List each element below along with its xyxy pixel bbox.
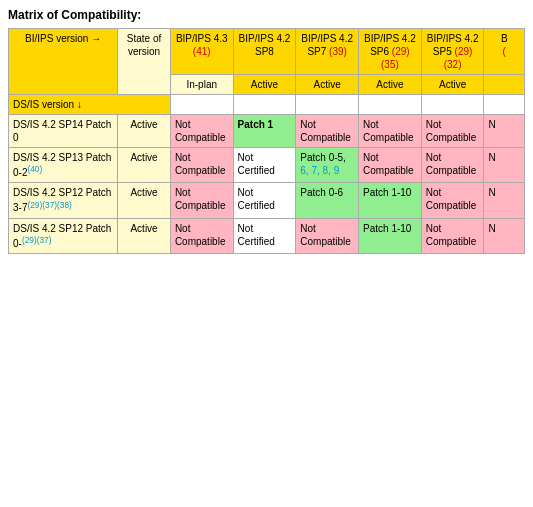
row2-bip2: Not Certified — [233, 148, 296, 183]
table-row: DS/IS 4.2 SP12 Patch 3-7(29)(37)(38) Act… — [9, 183, 525, 218]
row1-bip1: Not Compatible — [170, 115, 233, 148]
bip-col-4-name: BIP/IPS 4.2 SP6 (29)(35) — [364, 33, 416, 70]
blank-6 — [484, 95, 525, 115]
blank-4 — [359, 95, 422, 115]
table-row: DS/IS 4.2 SP12 Patch 0-(29)(37) Active N… — [9, 218, 525, 253]
row3-bip6: N — [484, 183, 525, 218]
table-row: DS/IS 4.2 SP13 Patch 0-2(40) Active Not … — [9, 148, 525, 183]
bip-col-3-name: BIP/IPS 4.2 SP7 (39) — [301, 33, 353, 57]
blank-3 — [296, 95, 359, 115]
page-title: Matrix of Compatibility: — [8, 8, 525, 22]
row4-bip6: N — [484, 218, 525, 253]
row4-bip4: Patch 1-10 — [359, 218, 422, 253]
row2-bip1: Not Compatible — [170, 148, 233, 183]
row2-bip4: Not Compatible — [359, 148, 422, 183]
compatibility-matrix: BI/IPS version → State of version BIP/IP… — [8, 28, 525, 254]
bip-version-label: BI/IPS version → — [9, 29, 118, 95]
row2-bip6: N — [484, 148, 525, 183]
bip-col-5-name: BIP/IPS 4.2 SP5 (29)(32) — [427, 33, 479, 70]
bip-col-6-partial: B( — [484, 29, 525, 75]
bip-col-1-name: BIP/IPS 4.3 (41) — [176, 33, 228, 57]
inplan-col-2: Active — [233, 75, 296, 95]
bip-col-4: BIP/IPS 4.2 SP6 (29)(35) — [359, 29, 422, 75]
ds-row4-state: Active — [118, 218, 171, 253]
inplan-col-1: In-plan — [170, 75, 233, 95]
ds-version-label: DS/IS version ↓ — [9, 95, 171, 115]
blank-5 — [421, 95, 484, 115]
inplan-col-4: Active — [359, 75, 422, 95]
ds-row2-name: DS/IS 4.2 SP13 Patch 0-2(40) — [9, 148, 118, 183]
state-label: State of version — [118, 29, 171, 95]
row1-bip5: Not Compatible — [421, 115, 484, 148]
bip-col-2: BIP/IPS 4.2 SP8 — [233, 29, 296, 75]
row2-bip5: Not Compatible — [421, 148, 484, 183]
ds-row1-state: Active — [118, 115, 171, 148]
row2-bip3: Patch 0-5,6, 7, 8, 9 — [296, 148, 359, 183]
row3-bip5: Not Compatible — [421, 183, 484, 218]
row4-bip2: Not Certified — [233, 218, 296, 253]
ds-row3-state: Active — [118, 183, 171, 218]
row3-bip4: Patch 1-10 — [359, 183, 422, 218]
inplan-col-6 — [484, 75, 525, 95]
blank-1 — [170, 95, 233, 115]
bip-col-2-name: BIP/IPS 4.2 SP8 — [239, 33, 291, 57]
row3-bip1: Not Compatible — [170, 183, 233, 218]
row4-bip5: Not Compatible — [421, 218, 484, 253]
bip-col-1: BIP/IPS 4.3 (41) — [170, 29, 233, 75]
row4-bip1: Not Compatible — [170, 218, 233, 253]
row1-bip6: N — [484, 115, 525, 148]
ds-row2-state: Active — [118, 148, 171, 183]
row3-bip2: Not Certified — [233, 183, 296, 218]
header-row: BI/IPS version → State of version BIP/IP… — [9, 29, 525, 75]
inplan-col-5: Active — [421, 75, 484, 95]
row3-bip3: Patch 0-6 — [296, 183, 359, 218]
inplan-col-3: Active — [296, 75, 359, 95]
bip-col-6-name: B( — [501, 33, 508, 57]
blank-2 — [233, 95, 296, 115]
table-row: DS/IS 4.2 SP14 Patch 0 Active Not Compat… — [9, 115, 525, 148]
row1-bip4: Not Compatible — [359, 115, 422, 148]
bip-col-5: BIP/IPS 4.2 SP5 (29)(32) — [421, 29, 484, 75]
page-container: Matrix of Compatibility: BI/IPS version … — [0, 0, 533, 507]
ds-row4-name: DS/IS 4.2 SP12 Patch 0-(29)(37) — [9, 218, 118, 253]
ds-row3-name: DS/IS 4.2 SP12 Patch 3-7(29)(37)(38) — [9, 183, 118, 218]
row4-bip3: Not Compatible — [296, 218, 359, 253]
row1-bip3: Not Compatible — [296, 115, 359, 148]
row1-bip2: Patch 1 — [233, 115, 296, 148]
bip-col-3: BIP/IPS 4.2 SP7 (39) — [296, 29, 359, 75]
ds-row1-name: DS/IS 4.2 SP14 Patch 0 — [9, 115, 118, 148]
ds-version-header-row: DS/IS version ↓ — [9, 95, 525, 115]
